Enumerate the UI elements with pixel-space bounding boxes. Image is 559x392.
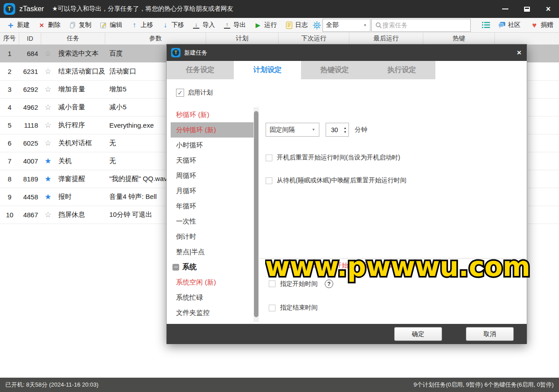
task-name: 减小音量 [55, 99, 105, 116]
enable-schedule-checkbox[interactable]: ✓ [176, 89, 184, 97]
tab-计划设定[interactable]: 计划设定 [234, 61, 301, 79]
export-icon: ↑ [223, 21, 231, 29]
task-id: 8189 [19, 170, 41, 188]
reset-on-boot-checkbox[interactable] [266, 155, 272, 161]
toolbar-button-delete[interactable]: ×删除 [34, 21, 64, 29]
dialog-close-icon[interactable]: × [517, 49, 521, 56]
table-header: 序号ID任务参数计划下次运行最后运行热键 [0, 33, 559, 45]
arrow-down-icon: ↓ [161, 21, 169, 29]
group-collapse-icon[interactable] [172, 264, 179, 271]
filter-value: 全部 [326, 21, 339, 29]
row-number: 10 [0, 206, 19, 224]
schedule-type-item[interactable]: 分钟循环 (新) [171, 122, 254, 138]
delete-icon: × [38, 21, 46, 29]
search-input[interactable] [383, 22, 468, 29]
star-filled-icon[interactable]: ★ [41, 188, 55, 206]
copy-icon [69, 21, 77, 29]
column-header[interactable]: 热键 [423, 33, 495, 44]
column-header[interactable]: ID [19, 33, 41, 44]
star-outline-icon[interactable]: ☆ [41, 81, 55, 98]
search-box[interactable] [371, 19, 471, 32]
tab-热键设定[interactable]: 热键设定 [301, 61, 368, 79]
star-outline-icon[interactable]: ☆ [41, 116, 55, 134]
schedule-list-scrollbar[interactable] [254, 107, 259, 322]
star-outline-icon[interactable]: ☆ [41, 63, 55, 80]
tab-执行设定[interactable]: 执行设定 [368, 61, 435, 79]
filter-dropdown[interactable]: 全部 ▼ [322, 19, 370, 32]
stepper-down-icon[interactable]: ▼ [344, 130, 347, 134]
toolbar-button-arrow-down[interactable]: ↓下移 [157, 21, 188, 29]
plus-icon: + [7, 21, 15, 29]
column-header[interactable]: 最后运行 [349, 33, 423, 44]
star-outline-icon[interactable]: ☆ [41, 134, 55, 152]
reset-on-wake-checkbox[interactable] [266, 177, 272, 184]
toolbar-button-import[interactable]: ↓导入 [188, 21, 219, 29]
star-outline-icon[interactable]: ☆ [41, 45, 55, 62]
toolbar-button-log[interactable]: 日志 [281, 21, 312, 29]
task-name: 挡屏休息 [55, 206, 105, 224]
interval-row: 固定间隔 ▼ 30 ▲ ▼ 分钟 [266, 123, 367, 137]
help-icon[interactable]: ? [325, 280, 333, 288]
heart-icon: ♥ [530, 21, 538, 29]
gear-icon[interactable] [312, 21, 322, 29]
column-header[interactable]: 序号 [0, 33, 19, 44]
row-number: 6 [0, 134, 19, 152]
star-outline-icon[interactable]: ☆ [41, 206, 55, 224]
app-name: zTasker [19, 5, 44, 13]
maximize-button[interactable] [516, 0, 538, 18]
status-bar: 已开机: 8天58分 (2024-11-16 20:03) 9个计划任务(0启用… [0, 378, 559, 392]
community-button[interactable]: 社区 [494, 21, 525, 29]
specify-start-checkbox[interactable] [269, 280, 275, 287]
column-header[interactable]: 任务 [41, 33, 105, 44]
schedule-type-item[interactable]: 系统忙碌 [171, 290, 254, 305]
titlebar-tagline: ★可以导入和导出，分享任务了，将您的热心分享给朋友或者网友 [52, 5, 233, 13]
toolbar-button-plus[interactable]: +新建 [3, 21, 34, 29]
schedule-type-item[interactable]: 天循环 [171, 153, 254, 168]
star-outline-icon[interactable]: ☆ [41, 99, 55, 116]
star-filled-icon[interactable]: ★ [41, 170, 55, 188]
column-header[interactable]: 下次运行 [279, 33, 349, 44]
column-header[interactable]: 参数 [105, 33, 206, 44]
schedule-type-item[interactable]: 文件夹监控 [171, 305, 254, 320]
specify-end-checkbox[interactable] [269, 305, 275, 311]
schedule-type-item[interactable]: 秒循环 (新) [171, 107, 254, 122]
toolbar-button-run[interactable]: ▶运行 [250, 21, 281, 29]
toolbar-button-copy[interactable]: 复制 [64, 21, 95, 29]
community-label: 社区 [508, 21, 520, 29]
column-header[interactable]: 计划 [206, 33, 279, 44]
toolbar-button-arrow-up[interactable]: ↑上移 [126, 21, 157, 29]
titlebar: T zTasker ★可以导入和导出，分享任务了，将您的热心分享给朋友或者网友 … [0, 0, 559, 18]
task-list-icon[interactable] [480, 21, 492, 29]
interval-value-stepper[interactable]: 30 ▲ ▼ [326, 123, 349, 137]
schedule-type-item[interactable]: 整点|半点 [171, 244, 254, 259]
schedule-type-item[interactable]: 一次性 [171, 214, 254, 229]
donate-button[interactable]: ♥ 捐赠 [526, 21, 557, 29]
specify-start-label: 指定开始时间 [280, 280, 318, 288]
new-task-dialog: T 新建任务 × 任务设定计划设定热键设定执行设定 ✓ 启用计划 秒循环 (新)… [166, 44, 527, 344]
close-button[interactable]: × [538, 0, 559, 18]
enable-schedule-label: 启用计划 [188, 89, 213, 97]
dialog-title: 新建任务 [184, 49, 207, 57]
schedule-type-item[interactable]: 系统空闲 (新) [171, 275, 254, 290]
section-divider [258, 258, 526, 258]
schedule-type-item[interactable]: 小时循环 [171, 138, 254, 153]
schedule-type-item[interactable]: 月循环 [171, 183, 254, 198]
task-id: 4867 [19, 206, 41, 224]
stepper-up-icon[interactable]: ▲ [344, 126, 347, 129]
schedule-type-item[interactable]: 周循环 [171, 168, 254, 183]
toolbar-button-export[interactable]: ↑导出 [219, 21, 250, 29]
cancel-button[interactable]: 取消 [466, 327, 514, 341]
interval-mode-dropdown[interactable]: 固定间隔 ▼ [266, 123, 319, 137]
task-id: 4962 [19, 99, 41, 116]
schedule-type-item[interactable]: 年循环 [171, 198, 254, 214]
toolbar-button-edit[interactable]: 编辑 [95, 21, 126, 29]
schedule-type-item[interactable]: 倒计时 [171, 229, 254, 244]
star-filled-icon[interactable]: ★ [41, 152, 55, 170]
scrollbar-thumb[interactable] [254, 111, 258, 317]
schedule-type-group[interactable]: 系统 [171, 259, 254, 275]
tab-任务设定[interactable]: 任务设定 [167, 61, 234, 79]
task-id: 4007 [19, 152, 41, 170]
log-icon [285, 21, 293, 29]
minimize-button[interactable] [494, 0, 516, 18]
ok-button[interactable]: 确定 [394, 327, 442, 341]
